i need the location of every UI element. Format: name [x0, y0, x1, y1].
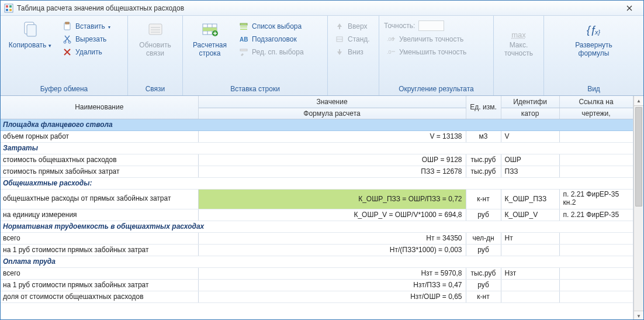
cell-unit[interactable]: к-нт	[466, 291, 501, 302]
cell-id[interactable]: К_ОШР_ПЗЗ	[501, 189, 559, 209]
svg-rect-2	[9, 5, 12, 8]
table-row[interactable]: на единицу измеренияК_ОШР_V = ОШР/V*1000…	[1, 209, 633, 221]
table-row[interactable]: общешахтные расходы от прямых забойных з…	[1, 189, 633, 209]
paste-button[interactable]: Вставить ▾	[59, 20, 114, 32]
cell-ref[interactable]	[559, 279, 633, 291]
cell-name[interactable]: всего	[1, 267, 198, 279]
col-ref-bot[interactable]: чертежи,	[559, 108, 633, 119]
cell-id[interactable]	[501, 279, 559, 291]
table-row[interactable]: на 1 руб стоимости прямых забойных затра…	[1, 244, 633, 256]
cell-value[interactable]: Нзт = 5970,8	[198, 267, 466, 279]
table-row[interactable]: Общешахтные расходы:	[1, 177, 633, 189]
max-precision-button[interactable]: max Макс. точность	[497, 18, 540, 60]
table-row[interactable]: Затраты	[1, 142, 633, 154]
cell-ref[interactable]	[559, 291, 633, 302]
move-down-button[interactable]: Вниз	[331, 46, 373, 58]
cell-unit[interactable]: руб	[466, 279, 501, 291]
cell-ref[interactable]	[559, 130, 633, 142]
table-row[interactable]: стоимость общешахтных расходовОШР = 9128…	[1, 154, 633, 166]
cell-id[interactable]: Нт	[501, 232, 559, 244]
cell-unit[interactable]: тыс.руб	[466, 166, 501, 177]
cell-ref[interactable]: п. 2.21 ФирЕР-35 кн.2	[559, 189, 633, 209]
cell-value[interactable]: Нт = 34350	[198, 232, 466, 244]
edit-select-button[interactable]: Ред. сп. выбора	[236, 46, 307, 58]
table-row[interactable]: Площадка фланцевого ствола	[1, 119, 633, 130]
cell-name[interactable]: общешахтные расходы от прямых забойных з…	[1, 189, 198, 209]
col-ref-top[interactable]: Ссылка на	[559, 96, 633, 108]
cell-value[interactable]: V = 13138	[198, 130, 466, 142]
calc-row-button[interactable]: Расчетная строка	[186, 18, 233, 60]
inc-precision-label: Увеличить точность	[399, 35, 463, 43]
cell-unit[interactable]: руб	[466, 209, 501, 221]
data-grid[interactable]: Наименование Значение Ед. изм. Идентифи …	[1, 96, 633, 320]
cell-value[interactable]: Нзт/ПЗЗ = 0,47	[198, 279, 466, 291]
cell-name[interactable]: на единицу измерения	[1, 209, 198, 221]
cell-value[interactable]: Нзт/ОШР = 0,65	[198, 291, 466, 302]
move-std-button[interactable]: Станд.	[331, 33, 373, 45]
vertical-scrollbar[interactable]: ▲ ▼	[633, 96, 643, 320]
cell-id[interactable]: К_ОШР_V	[501, 209, 559, 221]
table-row[interactable]: Оплата труда	[1, 256, 633, 267]
cell-name[interactable]: на 1 руб стоимости прямых забойных затра…	[1, 244, 198, 256]
cell-value[interactable]: Нт/(ПЗЗ*1000) = 0,003	[198, 244, 466, 256]
cell-value[interactable]: К_ОШР_V = ОШР/V*1000 = 694,8	[198, 209, 466, 221]
scroll-thumb[interactable]	[635, 107, 642, 207]
dec-precision-button[interactable]: .0 Уменьшить точность	[383, 46, 490, 58]
table-row[interactable]: всегоНзт = 5970,8тыс.рубНзт	[1, 267, 633, 279]
cell-name[interactable]: объем горных работ	[1, 130, 198, 142]
table-row[interactable]: всегоНт = 34350чел-днНт	[1, 232, 633, 244]
cell-name[interactable]: доля от стоимости общешахтных расходов	[1, 291, 198, 302]
cell-value[interactable]: ОШР = 9128	[198, 154, 466, 166]
cell-name[interactable]: стоимость прямых забойных затрат	[1, 166, 198, 177]
close-button[interactable]	[618, 2, 641, 14]
table-row[interactable]: на 1 руб стоимости прямых забойных затра…	[1, 279, 633, 291]
cell-ref[interactable]	[559, 244, 633, 256]
cell-ref[interactable]	[559, 232, 633, 244]
refresh-links-button[interactable]: Обновить связи	[131, 18, 179, 60]
cell-ref[interactable]	[559, 166, 633, 177]
subheader-button[interactable]: ABC Подзаголовок	[236, 33, 307, 45]
col-unit[interactable]: Ед. изм.	[466, 96, 501, 119]
cell-name[interactable]: стоимость общешахтных расходов	[1, 154, 198, 166]
cell-id[interactable]: Нзт	[501, 267, 559, 279]
cell-id[interactable]	[501, 244, 559, 256]
cell-name[interactable]: всего	[1, 232, 198, 244]
expand-formulas-button[interactable]: {ƒx} Развернуть формулы	[566, 18, 622, 60]
col-value-top[interactable]: Значение	[198, 96, 466, 108]
cell-unit[interactable]: тыс.руб	[466, 154, 501, 166]
table-row[interactable]: объем горных работV = 13138м3V	[1, 130, 633, 142]
scroll-track[interactable]	[634, 106, 643, 311]
cell-unit[interactable]: м3	[466, 130, 501, 142]
cell-unit[interactable]: к-нт	[466, 189, 501, 209]
scroll-up-arrow[interactable]: ▲	[634, 96, 643, 106]
move-up-button[interactable]: Вверх	[331, 20, 373, 32]
cell-ref[interactable]	[559, 267, 633, 279]
cell-id[interactable]: ПЗЗ	[501, 166, 559, 177]
copy-button[interactable]: Копировать▼	[4, 18, 57, 52]
cell-ref[interactable]	[559, 154, 633, 166]
table-row[interactable]: стоимость прямых забойных затратПЗЗ = 12…	[1, 166, 633, 177]
cell-unit[interactable]: тыс.руб	[466, 267, 501, 279]
select-list-button[interactable]: Список выбора	[236, 20, 307, 32]
move-down-label: Вниз	[348, 48, 363, 56]
col-id-top[interactable]: Идентифи	[501, 96, 559, 108]
precision-input[interactable]	[418, 20, 444, 31]
cell-name[interactable]: на 1 руб стоимости прямых забойных затра…	[1, 279, 198, 291]
cell-unit[interactable]: руб	[466, 244, 501, 256]
cell-id[interactable]: V	[501, 130, 559, 142]
cut-button[interactable]: Вырезать	[59, 33, 114, 45]
table-row[interactable]: доля от стоимости общешахтных расходовНз…	[1, 291, 633, 302]
cell-unit[interactable]: чел-дн	[466, 232, 501, 244]
inc-precision-button[interactable]: .00 Увеличить точность	[383, 33, 490, 45]
scroll-down-arrow[interactable]: ▼	[634, 311, 643, 320]
cell-value[interactable]: К_ОШР_ПЗЗ = ОШР/ПЗЗ = 0,72	[198, 189, 466, 209]
cell-id[interactable]: ОШР	[501, 154, 559, 166]
col-id-bot[interactable]: катор	[501, 108, 559, 119]
delete-button[interactable]: Удалить	[59, 46, 114, 58]
col-name[interactable]: Наименование	[1, 96, 198, 119]
cell-id[interactable]	[501, 291, 559, 302]
table-row[interactable]: Нормативная трудоемкость в общешахтных р…	[1, 221, 633, 232]
cell-value[interactable]: ПЗЗ = 12678	[198, 166, 466, 177]
cell-ref[interactable]: п. 2.21 ФирЕР-35	[559, 209, 633, 221]
col-value-bot[interactable]: Формула расчета	[198, 108, 466, 119]
